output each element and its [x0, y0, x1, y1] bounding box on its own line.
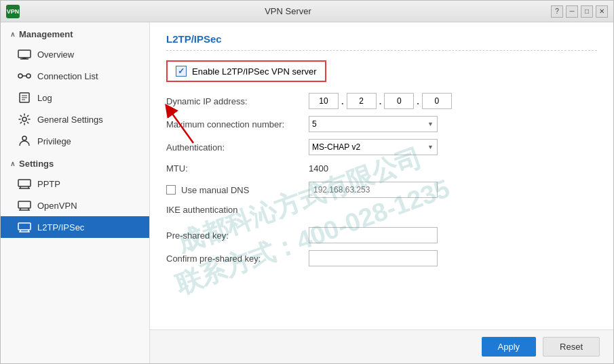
svg-point-4 [26, 74, 31, 78]
mtu-value: 1400 [309, 162, 328, 175]
svg-point-10 [22, 117, 26, 121]
title-bar: VPN VPN Server ? ─ □ ✕ [1, 1, 613, 22]
sidebar-item-connection-list[interactable]: Connection List [1, 65, 149, 87]
svg-rect-12 [18, 180, 31, 186]
dynamic-ip-row: Dynamic IP address: . . . [166, 93, 597, 109]
svg-rect-0 [18, 50, 31, 58]
authentication-label: Authentication: [166, 142, 309, 153]
overview-icon [17, 49, 32, 60]
sidebar-section-management[interactable]: ∧ Management [1, 22, 149, 43]
svg-rect-16 [18, 201, 31, 208]
manual-dns-row: Use manual DNS [166, 182, 597, 198]
panel-footer: Apply Reset [150, 329, 613, 363]
max-connection-select-wrapper: 5 10 20 50 [309, 116, 438, 132]
sidebar-item-l2tp-ipsec[interactable]: L2TP/IPSec [1, 216, 149, 238]
content-area: 成都科沁方式有限公司 联系方式：400-028-1235 ∧ Managemen… [1, 22, 613, 363]
openvpn-icon [17, 200, 32, 211]
manual-dns-checkbox[interactable] [166, 185, 176, 195]
help-button[interactable]: ? [551, 5, 563, 18]
psk-label: Pre-shared key: [166, 230, 309, 241]
collapse-arrow-management: ∧ [10, 31, 15, 38]
authentication-select[interactable]: MS-CHAP v2 CHAP PAP [309, 139, 438, 155]
main-window: VPN VPN Server ? ─ □ ✕ 成都科沁方式有限公司 联系方式：4… [0, 0, 614, 364]
pptp-icon [17, 178, 32, 189]
apply-button[interactable]: Apply [482, 337, 537, 357]
ip-octet-2[interactable] [347, 93, 377, 109]
ike-auth-row: IKE authentication [166, 205, 597, 220]
ike-auth-label: IKE authentication [166, 205, 238, 215]
sidebar-section-settings[interactable]: ∧ Settings [1, 152, 149, 173]
panel-content: L2TP/IPSec Enable L2TP/IPSec VPN server … [150, 22, 613, 329]
sidebar-item-privilege[interactable]: Privilege [1, 130, 149, 152]
enable-checkbox[interactable] [176, 66, 187, 77]
maximize-button[interactable]: □ [581, 5, 593, 18]
sidebar-item-log[interactable]: Log [1, 87, 149, 108]
authentication-select-wrapper: MS-CHAP v2 CHAP PAP [309, 139, 438, 155]
close-button[interactable]: ✕ [596, 5, 608, 18]
minimize-button[interactable]: ─ [566, 5, 578, 18]
dynamic-ip-inputs: . . . [309, 93, 452, 109]
window-controls: ? ─ □ ✕ [551, 5, 608, 18]
l2tp-icon [17, 222, 32, 232]
general-settings-icon [17, 114, 32, 125]
app-icon: VPN [6, 5, 20, 18]
max-connection-select[interactable]: 5 10 20 50 [309, 116, 438, 132]
log-icon [17, 92, 32, 103]
max-connection-row: Maximum connection number: 5 10 20 50 [166, 116, 597, 132]
sidebar: ∧ Management Overview [1, 22, 150, 363]
dns-input[interactable] [309, 182, 438, 198]
confirm-psk-label: Confirm pre-shared key: [166, 254, 309, 264]
psk-row: Pre-shared key: [166, 227, 597, 243]
svg-point-11 [22, 136, 26, 140]
ip-octet-1[interactable] [309, 93, 339, 109]
sidebar-item-pptp[interactable]: PPTP [1, 173, 149, 195]
main-panel: L2TP/IPSec Enable L2TP/IPSec VPN server … [150, 22, 613, 363]
sidebar-item-general-settings[interactable]: General Settings [1, 108, 149, 130]
privilege-icon [17, 136, 32, 146]
max-connection-label: Maximum connection number: [166, 119, 309, 129]
dynamic-ip-label: Dynamic IP address: [166, 96, 309, 106]
collapse-arrow-settings: ∧ [10, 160, 15, 167]
connection-icon [17, 70, 32, 81]
confirm-psk-row: Confirm pre-shared key: [166, 250, 597, 266]
manual-dns-label: Use manual DNS [166, 185, 309, 195]
sidebar-item-openvpn[interactable]: OpenVPN [1, 195, 149, 216]
window-title: VPN Server [25, 6, 551, 16]
sidebar-item-overview[interactable]: Overview [1, 43, 149, 65]
mtu-row: MTU: 1400 [166, 162, 597, 175]
authentication-row: Authentication: MS-CHAP v2 CHAP PAP [166, 139, 597, 155]
confirm-psk-input[interactable] [309, 250, 438, 266]
enable-label: Enable L2TP/IPSec VPN server [192, 66, 317, 77]
svg-point-3 [18, 74, 22, 78]
mtu-label: MTU: [166, 163, 309, 174]
reset-button[interactable]: Reset [543, 337, 600, 357]
enable-section: Enable L2TP/IPSec VPN server [166, 60, 326, 82]
psk-input[interactable] [309, 227, 438, 243]
panel-title: L2TP/IPSec [166, 33, 597, 51]
ip-octet-4[interactable] [422, 93, 452, 109]
svg-rect-20 [18, 223, 31, 230]
ip-octet-3[interactable] [384, 93, 414, 109]
